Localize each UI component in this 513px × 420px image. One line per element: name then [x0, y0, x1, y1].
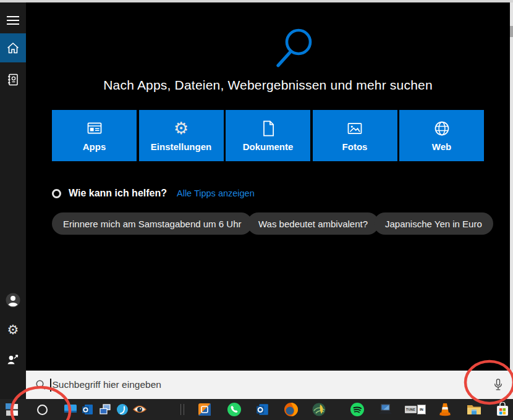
taskbar-app-outlook-2[interactable]	[253, 399, 272, 420]
taskbar-app-outlook[interactable]	[79, 399, 96, 420]
user-avatar-icon	[5, 292, 21, 308]
search-icon	[35, 379, 46, 390]
tile-apps[interactable]: Apps	[52, 110, 137, 161]
tile-label: Einstellungen	[151, 141, 211, 152]
tip-suggestion-currency[interactable]: Japanische Yen in Euro	[374, 212, 493, 235]
taskbar-app-windows-cascade[interactable]	[96, 399, 114, 420]
home-icon	[6, 41, 20, 55]
text-caret	[50, 379, 51, 392]
sidebar-item-notebook[interactable]	[0, 67, 26, 93]
alexa-icon	[116, 403, 129, 416]
tip-suggestion-reminder[interactable]: Erinnere mich am Samstagabend um 6 Uhr	[52, 212, 252, 235]
taskbar-app-vlc[interactable]	[436, 399, 454, 420]
cortana-ring-icon	[37, 405, 48, 415]
sidebar-item-feedback[interactable]	[0, 346, 26, 372]
vlc-icon	[438, 402, 452, 417]
cortana-home-panel: Nach Apps, Dateien, Webergebnissen und m…	[26, 2, 510, 371]
globe-app-icon	[312, 402, 326, 417]
taskbar-app-tunein[interactable]: TUNE IN	[404, 399, 427, 420]
taskbar-app-microsoft-store[interactable]	[493, 399, 512, 420]
windows-logo-icon	[6, 403, 19, 416]
globe-icon	[433, 120, 451, 137]
cortana-taskbar-button[interactable]	[33, 399, 51, 420]
taskbar-separator	[184, 404, 184, 415]
taskbar-app-alexa[interactable]	[114, 399, 131, 420]
document-icon	[260, 120, 276, 137]
tile-label: Apps	[83, 141, 106, 152]
taskbar-separator	[180, 404, 181, 415]
taskbar-app-spotify[interactable]	[348, 399, 367, 420]
large-search-icon	[275, 25, 312, 69]
outlook-icon	[256, 403, 269, 416]
taskbar-app-firefox[interactable]	[282, 399, 300, 420]
feedback-person-icon	[6, 353, 20, 366]
gear-icon: ⚙	[174, 120, 189, 137]
microphone-button[interactable]	[492, 377, 504, 392]
taskbar-app-whatsapp[interactable]	[225, 399, 244, 420]
tunein-icon: TUNE IN	[405, 405, 426, 414]
tip-suggestion-definition[interactable]: Was bedeutet ambivalent?	[247, 212, 379, 235]
tile-fotos[interactable]: Fotos	[313, 110, 397, 161]
sidebar-item-account[interactable]	[0, 287, 26, 313]
hamburger-icon	[7, 14, 19, 27]
tunein-in-label: IN	[417, 405, 426, 414]
tile-dokumente[interactable]: Dokumente	[226, 110, 310, 161]
apps-window-icon	[86, 120, 103, 137]
tile-einstellungen[interactable]: ⚙ Einstellungen	[139, 110, 224, 161]
tile-web[interactable]: Web	[399, 110, 484, 161]
photos-icon	[346, 120, 363, 137]
background-scrollbar-thumb[interactable]	[510, 26, 513, 37]
gear-icon: ⚙	[7, 324, 19, 337]
search-bar[interactable]	[26, 371, 513, 399]
show-all-tips-link[interactable]: Alle Tipps anzeigen	[177, 188, 255, 198]
microphone-icon	[492, 377, 504, 392]
tile-label: Fotos	[342, 141, 368, 152]
cortana-sidebar: ⚙	[0, 2, 26, 399]
eye-app-icon	[133, 405, 146, 414]
hamburger-menu-button[interactable]	[0, 7, 26, 33]
tunein-label: TUNE	[405, 406, 417, 413]
start-button[interactable]	[4, 399, 20, 420]
windows-taskbar: TUNE IN	[0, 399, 513, 420]
vmware-icon	[198, 403, 211, 416]
taskbar-app-eye[interactable]	[131, 399, 148, 420]
tips-header-row: Wie kann ich helfen? Alle Tipps anzeigen	[52, 188, 255, 199]
spotify-icon	[350, 402, 365, 417]
tile-label: Web	[432, 141, 451, 152]
file-explorer-icon	[467, 403, 481, 416]
taskbar-app-display[interactable]	[62, 399, 79, 420]
whatsapp-icon	[227, 402, 242, 417]
sidebar-item-settings[interactable]: ⚙	[0, 317, 26, 343]
taskbar-app-globe-yellow[interactable]	[310, 399, 328, 420]
search-heading: Nach Apps, Dateien, Webergebnissen und m…	[26, 78, 510, 93]
firefox-icon	[284, 402, 299, 417]
taskbar-app-laptop[interactable]	[375, 399, 396, 420]
notebook-icon	[6, 73, 20, 86]
cascade-windows-icon	[99, 403, 111, 416]
tile-label: Dokumente	[243, 141, 294, 152]
cortana-ring-icon	[52, 189, 61, 198]
taskbar-app-vmware[interactable]	[195, 399, 214, 420]
display-app-icon	[64, 404, 77, 415]
background-scrollbar[interactable]	[510, 2, 513, 371]
sidebar-item-home[interactable]	[0, 33, 26, 62]
taskbar-app-file-explorer[interactable]	[465, 399, 483, 420]
search-input[interactable]	[53, 379, 493, 390]
laptop-app-icon	[377, 403, 393, 416]
tips-title: Wie kann ich helfen?	[69, 188, 167, 199]
outlook-icon	[82, 403, 94, 416]
microsoft-store-icon	[496, 402, 509, 417]
